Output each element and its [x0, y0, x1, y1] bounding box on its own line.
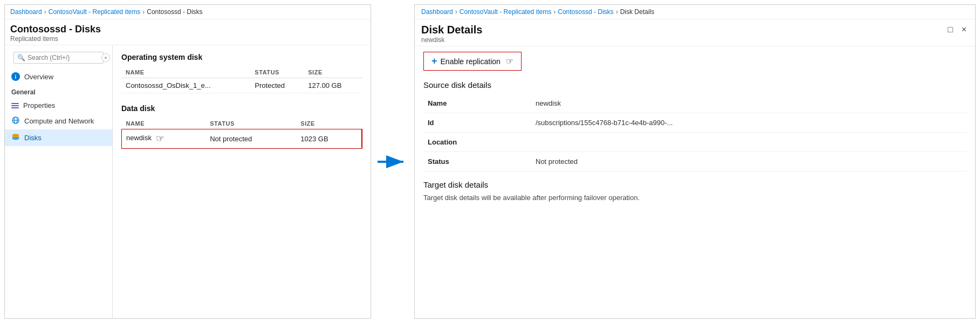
right-panel: Dashboard › ContosoVault - Replicated it…: [414, 4, 976, 319]
breadcrumb-current: Contosossd - Disks: [147, 8, 202, 16]
right-panel-subtitle: newdisk: [421, 36, 482, 44]
target-section-title: Target disk details: [423, 180, 967, 189]
data-disk-table: NAME STATUS SIZE newdisk ☞ Not protected…: [121, 118, 362, 148]
right-breadcrumb-vault[interactable]: ContosoVault - Replicated items: [460, 8, 552, 16]
left-page-header: Contosossd - Disks Replicated items: [5, 19, 371, 45]
os-col-name: NAME: [121, 67, 250, 78]
cursor-pointer-icon: ☞: [156, 133, 165, 145]
table-row[interactable]: newdisk ☞ Not protected 1023 GB: [122, 129, 362, 148]
right-breadcrumb: Dashboard › ContosoVault - Replicated it…: [415, 5, 975, 19]
plus-icon: +: [431, 56, 437, 67]
arrow-container: [371, 0, 414, 323]
sidebar-disks-label: Disks: [24, 134, 42, 142]
left-breadcrumb: Dashboard › ContosoVault - Replicated it…: [5, 5, 371, 19]
os-disk-name: Contosossd_OsDisk_1_e...: [121, 78, 250, 93]
right-panel-title: Disk Details: [421, 24, 482, 36]
panel-body: 🔍 « i Overview General Properties: [5, 45, 371, 318]
right-header-actions: □ ×: [945, 24, 969, 36]
os-disk-table: NAME STATUS SIZE Contosossd_OsDisk_1_e..…: [121, 67, 362, 93]
detail-value-status: Not protected: [531, 152, 967, 171]
right-sep-1: ›: [455, 8, 457, 16]
bars-icon: [11, 103, 19, 108]
search-input[interactable]: [28, 54, 100, 61]
globe-icon: [11, 116, 20, 126]
detail-row-name: Name newdisk: [423, 94, 967, 113]
detail-value-location: [531, 133, 967, 152]
detail-value-name: newdisk: [531, 94, 967, 113]
svg-point-7: [12, 137, 19, 139]
detail-label-status: Status: [423, 152, 531, 171]
sidebar-item-properties[interactable]: Properties: [5, 98, 112, 113]
right-sep-2: ›: [553, 8, 556, 16]
breadcrumb-dashboard[interactable]: Dashboard: [10, 8, 42, 16]
right-header: Disk Details newdisk □ ×: [415, 19, 975, 46]
maximize-button[interactable]: □: [945, 24, 955, 36]
sidebar-properties-label: Properties: [23, 101, 55, 109]
right-sep-3: ›: [616, 8, 618, 16]
detail-row-id: Id /subscriptions/155c4768-b71c-4e4b-a99…: [423, 113, 967, 133]
sidebar-compute-label: Compute and Network: [24, 117, 94, 125]
sidebar-section-general: General: [5, 84, 112, 98]
detail-row-status: Status Not protected: [423, 152, 967, 171]
search-icon: 🔍: [17, 54, 25, 61]
search-box[interactable]: 🔍: [13, 52, 104, 64]
page-subtitle: Replicated items: [10, 35, 365, 43]
detail-label-location: Location: [423, 133, 531, 152]
detail-label-name: Name: [423, 94, 531, 113]
close-button[interactable]: ×: [960, 24, 969, 36]
os-col-size: SIZE: [304, 67, 362, 78]
cursor-hand-icon: ☞: [506, 56, 513, 66]
right-title-group: Disk Details newdisk: [421, 24, 482, 44]
sidebar: 🔍 « i Overview General Properties: [5, 45, 113, 318]
data-disk-section-title: Data disk: [121, 104, 362, 113]
detail-value-id: /subscriptions/155c4768-b71c-4e4b-a990-.…: [531, 113, 967, 133]
main-content: Operating system disk NAME STATUS SIZE C…: [113, 45, 371, 318]
breadcrumb-vault[interactable]: ContosoVault - Replicated items: [49, 8, 141, 16]
right-body: + Enable replication ☞ Source disk detai…: [415, 46, 975, 318]
data-disk-name: newdisk ☞: [122, 129, 206, 148]
sidebar-collapse-button[interactable]: «: [101, 53, 110, 62]
source-detail-table: Name newdisk Id /subscriptions/155c4768-…: [423, 94, 967, 171]
info-icon: i: [11, 72, 20, 81]
sidebar-overview-label: Overview: [24, 73, 53, 81]
search-row: 🔍 «: [9, 52, 108, 64]
right-arrow-icon: [376, 154, 409, 170]
enable-replication-label: Enable replication: [441, 57, 501, 66]
os-disk-section-title: Operating system disk: [121, 53, 362, 61]
os-disk-size: 127.00 GB: [304, 78, 362, 93]
source-section-title: Source disk details: [423, 80, 967, 90]
right-breadcrumb-current: Disk Details: [620, 8, 654, 16]
enable-replication-button[interactable]: + Enable replication ☞: [423, 52, 522, 71]
sidebar-item-compute-network[interactable]: Compute and Network: [5, 113, 112, 129]
os-col-status: STATUS: [250, 67, 304, 78]
dd-col-status: STATUS: [205, 118, 296, 129]
page-title: Contosossd - Disks: [10, 24, 365, 35]
breadcrumb-sep-2: ›: [142, 8, 145, 16]
data-disk-size: 1023 GB: [296, 129, 361, 148]
right-breadcrumb-disks[interactable]: Contosossd - Disks: [558, 8, 613, 16]
sidebar-item-overview[interactable]: i Overview: [5, 69, 112, 84]
detail-row-location: Location: [423, 133, 967, 152]
disks-icon: [11, 133, 20, 143]
os-disk-status: Protected: [250, 78, 304, 93]
table-row[interactable]: Contosossd_OsDisk_1_e... Protected 127.0…: [121, 78, 362, 93]
breadcrumb-sep-1: ›: [44, 8, 46, 16]
detail-label-id: Id: [423, 113, 531, 133]
data-disk-status: Not protected: [205, 129, 296, 148]
target-note: Target disk details will be available af…: [423, 194, 967, 202]
dd-col-size: SIZE: [296, 118, 361, 129]
dd-col-name: NAME: [122, 118, 206, 129]
left-panel: Dashboard › ContosoVault - Replicated it…: [4, 4, 371, 319]
right-breadcrumb-dashboard[interactable]: Dashboard: [421, 8, 453, 16]
sidebar-item-disks[interactable]: Disks: [5, 129, 112, 146]
